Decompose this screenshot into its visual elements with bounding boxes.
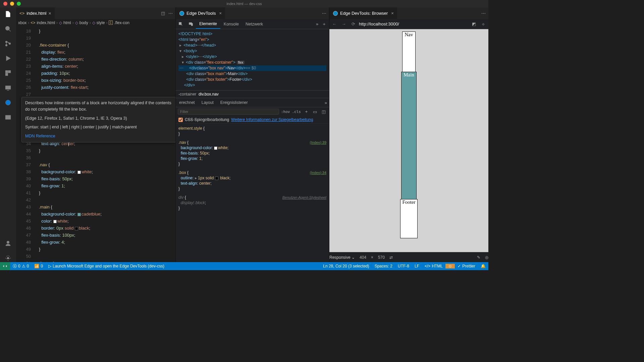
prettier-status[interactable]: ✓ Prettier [455,264,478,268]
svg-point-16 [333,11,337,15]
remote-icon[interactable] [4,84,12,92]
add-rule-icon[interactable]: ＋ [303,109,310,115]
editor-tabs: <> index.html × ◫ ⋯ [16,7,175,19]
ports-status[interactable]: 📶 0 [32,262,46,270]
indent-status[interactable]: Spaces: 2 [372,264,395,268]
split-editor-icon[interactable]: ◫ [161,11,165,16]
rotate-icon[interactable]: ⇄ [389,255,393,260]
svg-point-11 [7,257,9,259]
preview-nav-box: Nav [402,32,415,72]
gear-icon[interactable] [4,254,12,262]
chevron-right-icon[interactable]: » [316,21,318,26]
eol-status[interactable]: LF [412,264,422,268]
width-input[interactable]: 404 [360,255,366,260]
inspect-icon[interactable]: ⟐ [480,21,487,26]
css-mirror-checkbox[interactable] [178,118,183,122]
svg-point-1 [6,41,7,43]
subtab-computed[interactable]: erechnet [176,100,198,105]
chevron-right-icon[interactable]: » [323,100,329,105]
remote-status[interactable] [0,262,10,270]
rendered-viewport[interactable]: Nav Main Footer [329,29,488,252]
image-icon[interactable] [4,113,12,121]
svg-point-2 [6,45,7,46]
activity-bar [0,7,16,262]
status-bar: ⓧ 0 ⚠ 0 📶 0 ▷ Launch Microsoft Edge and … [0,262,488,270]
inspect-icon[interactable] [176,22,186,26]
filter-input[interactable] [178,109,279,115]
encoding-status[interactable]: UTF-8 [395,264,412,268]
dom-tree[interactable]: <!DOCTYPE html> <html lang="en"> ▸<head>… [176,29,329,90]
mdn-reference-link[interactable]: MDN Reference [25,134,55,138]
close-icon[interactable]: × [219,11,222,16]
tab-konsole[interactable]: Konsole [220,19,242,29]
files-icon[interactable] [4,10,12,18]
more-actions-icon[interactable]: ⋯ [481,11,486,16]
subtab-layout[interactable]: Layout [198,100,217,105]
eyedropper-icon[interactable]: ✎ [477,255,480,260]
preview-footer-box: Footer [400,199,417,238]
responsive-dropdown[interactable]: Responsive ⌄ [329,255,355,260]
devtools-tab-bar: Edge DevTools × ⋯ [176,7,329,19]
window-title: index.html — dev-css [226,2,262,6]
language-status[interactable]: </> HTML [422,264,445,268]
feedback-icon[interactable]: ☺ [445,264,455,268]
run-debug-icon[interactable] [4,54,12,62]
device-icon[interactable] [186,22,196,26]
edge-icon[interactable] [4,99,12,107]
devtools-toolbar: Elemente Konsole Netzwerk » ＋ [176,19,329,29]
close-window-icon[interactable] [3,2,7,6]
errors-status[interactable]: ⓧ 0 ⚠ 0 [10,262,32,270]
mirror-info-link[interactable]: Weitere Informationen zur Spiegelbearbei… [231,117,313,122]
account-icon[interactable] [4,239,12,247]
hov-toggle[interactable]: :hov [281,110,290,114]
dom-breadcrumb[interactable]: -container div.box.nav [176,90,329,98]
breadcrumb[interactable]: xbox› <> index.html› ◇ html› ◇ body› ◇ s… [16,19,175,27]
minimize-window-icon[interactable] [10,2,14,6]
height-input[interactable]: 570 [378,255,385,260]
svg-rect-6 [6,73,8,76]
launch-edge-button[interactable]: ▷ Launch Microsoft Edge and open the Edg… [46,262,167,270]
close-icon[interactable]: × [391,11,394,16]
subtab-ereignislistener[interactable]: Ereignislistener [217,100,251,105]
tab-elemente[interactable]: Elemente [196,19,220,29]
svg-rect-15 [191,23,193,25]
css-mirror-row: CSS-Spiegelbearbeitung Weitere Informati… [176,116,329,124]
code-content[interactable]: }.flex-container { display: flex; flex-d… [36,27,175,262]
svg-rect-7 [6,86,11,89]
cls-toggle[interactable]: .cls [292,110,301,114]
hover-tooltip: Describes how inline contents of a block… [21,97,175,142]
tab-label: index.html [26,11,46,16]
svg-point-8 [6,100,11,105]
url-field[interactable]: http://localhost:3000/ [359,21,468,26]
screenshot-icon[interactable]: ◩ [470,21,478,26]
source-control-icon[interactable] [4,40,12,48]
browser-preview-panel: Edge DevTools: Browser × ⋯ ← → ⟳ http://… [329,7,488,262]
tab-index-html[interactable]: <> index.html × [16,7,55,19]
maximize-window-icon[interactable] [17,2,21,6]
forward-icon[interactable]: → [340,21,347,26]
panel-layout-icon[interactable]: ◫ [320,109,327,114]
bell-icon[interactable]: 🔔 [478,264,488,268]
back-icon[interactable]: ← [331,21,338,26]
tab-edge-browser[interactable]: Edge DevTools: Browser × [329,7,397,19]
selected-dom-node[interactable]: ⋯ <div class="box nav">Nav</div> == $0 [178,65,326,71]
device-icon[interactable]: ▭ [312,109,318,114]
add-tab-icon[interactable]: ＋ [322,21,326,26]
more-actions-icon[interactable]: ⋯ [322,11,326,16]
close-icon[interactable]: × [48,11,51,16]
target-icon[interactable]: ◎ [485,255,488,260]
address-bar: ← → ⟳ http://localhost:3000/ ◩ ⟐ [329,19,488,29]
cursor-position[interactable]: Ln 28, Col 20 (3 selected) [320,264,372,268]
extensions-icon[interactable] [4,69,12,77]
minimap[interactable] [170,27,175,262]
code-editor[interactable]: 1819202122232425262728293031323334353637… [16,27,175,262]
line-gutter: 1819202122232425262728293031323334353637… [16,27,36,262]
search-icon[interactable] [4,25,12,33]
tab-netzwerk[interactable]: Netzwerk [242,19,266,29]
more-actions-icon[interactable]: ⋯ [168,11,173,16]
tab-edge-devtools[interactable]: Edge DevTools × [176,7,225,19]
css-rules[interactable]: element.style {} (Index):39.nav { backgr… [176,124,329,216]
traffic-lights[interactable] [3,2,21,6]
reload-icon[interactable]: ⟳ [350,21,357,26]
macos-titlebar: index.html — dev-css [0,0,488,7]
